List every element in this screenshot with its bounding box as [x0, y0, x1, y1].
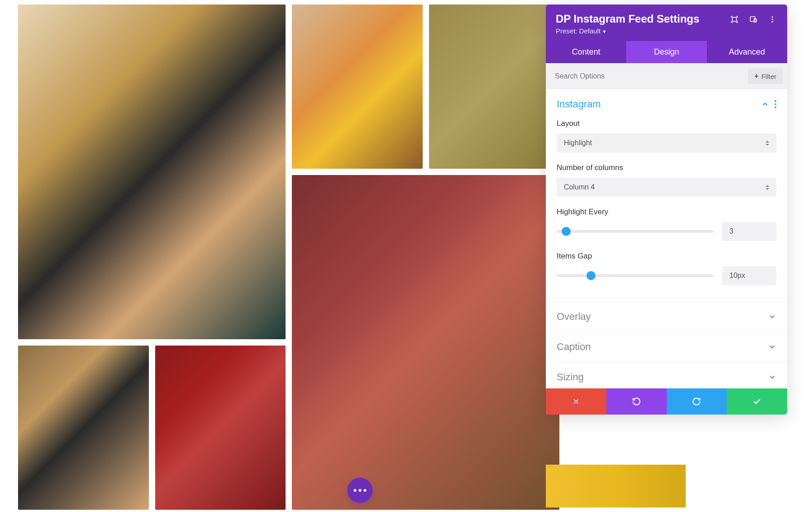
search-bar: + Filter	[546, 63, 787, 89]
expand-icon[interactable]	[729, 14, 739, 24]
svg-point-4	[772, 19, 773, 20]
columns-select[interactable]: Column 4	[557, 178, 776, 197]
settings-panel: DP Instagram Feed Settings Preset: Defau…	[546, 5, 787, 415]
layout-label: Layout	[557, 119, 776, 128]
section-header-overlay[interactable]: Overlay	[546, 302, 787, 332]
section-instagram: Instagram Layout Highlight Number	[546, 89, 787, 302]
panel-title: DP Instagram Feed Settings	[556, 13, 699, 25]
section-title: Sizing	[557, 371, 584, 383]
columns-label: Number of columns	[557, 163, 776, 172]
gallery-image[interactable]	[155, 346, 286, 510]
filter-button[interactable]: + Filter	[748, 69, 783, 84]
svg-point-3	[772, 16, 773, 18]
gallery-image[interactable]	[292, 5, 423, 169]
section-header-caption[interactable]: Caption	[546, 332, 787, 362]
highlight-every-label: Highlight Every	[557, 208, 776, 217]
items-gap-label: Items Gap	[557, 252, 776, 261]
section-overlay: Overlay	[546, 302, 787, 332]
preset-selector[interactable]: Preset: Default▼	[556, 27, 699, 35]
cancel-button[interactable]	[546, 388, 606, 415]
svg-rect-0	[733, 18, 737, 22]
section-title: Caption	[557, 341, 591, 353]
section-title: Instagram	[557, 98, 601, 110]
panel-header: DP Instagram Feed Settings Preset: Defau…	[546, 5, 787, 41]
panel-footer	[546, 388, 787, 415]
tab-advanced[interactable]: Advanced	[707, 41, 787, 63]
highlight-every-input[interactable]	[722, 222, 776, 241]
section-sizing: Sizing	[546, 362, 787, 388]
save-button[interactable]	[727, 388, 787, 415]
settings-tabs: Content Design Advanced	[546, 41, 787, 63]
chevron-down-icon	[768, 313, 776, 321]
tab-design[interactable]: Design	[626, 41, 706, 63]
chevron-up-icon	[761, 100, 769, 108]
chevron-down-icon	[768, 373, 776, 381]
panel-content: Instagram Layout Highlight Number	[546, 89, 787, 388]
divi-fab-button[interactable]	[347, 478, 373, 503]
chevron-down-icon	[768, 343, 776, 351]
section-header-sizing[interactable]: Sizing	[546, 362, 787, 388]
search-input[interactable]	[555, 72, 748, 80]
layout-select[interactable]: Highlight	[557, 134, 776, 152]
gallery-image-large[interactable]	[292, 175, 559, 510]
highlight-every-slider[interactable]	[557, 230, 713, 233]
items-gap-input[interactable]	[722, 266, 776, 285]
gallery-image[interactable]	[429, 5, 560, 169]
responsive-icon[interactable]	[748, 14, 758, 24]
redo-button[interactable]	[667, 388, 727, 415]
section-caption: Caption	[546, 332, 787, 362]
section-header-instagram[interactable]: Instagram	[546, 89, 787, 119]
section-title: Overlay	[557, 311, 591, 323]
items-gap-slider[interactable]	[557, 274, 713, 277]
instagram-feed-gallery	[18, 5, 559, 510]
undo-button[interactable]	[606, 388, 667, 415]
menu-icon[interactable]	[767, 14, 777, 24]
tab-content[interactable]: Content	[546, 41, 626, 63]
svg-point-5	[772, 21, 773, 23]
section-menu-icon[interactable]	[775, 100, 776, 108]
gallery-image-large[interactable]	[18, 5, 286, 339]
gallery-image[interactable]	[18, 346, 149, 510]
gallery-image-strip	[546, 465, 686, 507]
